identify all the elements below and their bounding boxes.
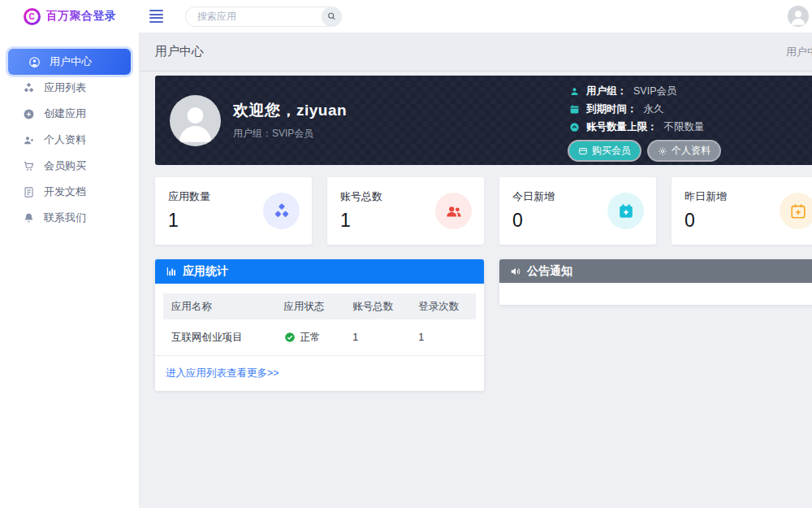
calendar-plus-icon xyxy=(607,193,644,229)
sidebar-item-app-list[interactable]: 应用列表 xyxy=(0,75,139,101)
card-icon xyxy=(578,146,588,156)
notice-panel: 公告通知 xyxy=(499,259,812,305)
users-icon xyxy=(435,193,472,229)
status-badge: 正常 xyxy=(300,331,321,345)
welcome-banner: 欢迎您，ziyuan 用户组：SVIP会员 用户组：SVIP会员 到期时间：永久… xyxy=(155,76,812,165)
app-name-cell: 互联网创业项目 xyxy=(163,319,276,355)
notice-panel-body xyxy=(499,283,812,305)
app-status-cell: 正常 xyxy=(276,319,345,355)
search-icon xyxy=(326,11,337,22)
plus-circle-icon xyxy=(23,108,35,120)
sidebar-item-user-center[interactable]: 用户中心 xyxy=(8,49,131,75)
sidebar-item-label: 应用列表 xyxy=(44,80,86,95)
table-header-row: 应用名称 应用状态 账号总数 登录次数 xyxy=(163,293,476,319)
profile-button[interactable]: 个人资料 xyxy=(649,141,719,160)
speaker-icon xyxy=(510,266,521,277)
upload-circle-icon xyxy=(569,122,580,132)
calendar-icon xyxy=(569,104,580,115)
calendar-plus-icon xyxy=(780,193,812,229)
sidebar-item-label: 开发文档 xyxy=(44,185,86,199)
app-accounts-cell: 1 xyxy=(344,319,410,355)
notice-panel-header: 公告通知 xyxy=(499,259,812,283)
topbar: C 百万聚合登录 ziyuan xyxy=(0,0,812,33)
app-stats-table: 应用名称 应用状态 账号总数 登录次数 互联网创业项目 xyxy=(163,293,476,355)
info-row-usergroup: 用户组：SVIP会员 xyxy=(569,85,719,98)
bell-icon xyxy=(23,212,35,224)
table-row[interactable]: 互联网创业项目 正常 1 1 xyxy=(163,319,476,355)
user-plus-icon xyxy=(23,134,35,146)
stats-row: 应用数量 1 账号总数 1 今日新增 0 xyxy=(155,177,812,245)
avatar xyxy=(788,6,809,27)
bar-chart-icon xyxy=(166,266,177,277)
view-more-link[interactable]: 进入应用列表查看更多>> xyxy=(166,367,279,379)
logo[interactable]: C 百万聚合登录 xyxy=(0,8,140,25)
stat-card-account-total: 账号总数 1 xyxy=(327,177,484,245)
page-header: 用户中心 用户中心 xyxy=(140,33,812,72)
user-icon xyxy=(569,86,580,97)
sidebar: 用户中心 应用列表 创建应用 个人资料 会员购买 开发文档 xyxy=(0,33,140,508)
search-input[interactable] xyxy=(196,10,322,23)
app-stats-panel-footer: 进入应用列表查看更多>> xyxy=(155,355,484,391)
info-row-expiry: 到期时间：永久 xyxy=(569,102,719,116)
app-stats-panel-header: 应用统计 xyxy=(155,259,484,284)
page-title: 用户中心 xyxy=(155,44,204,59)
sidebar-item-contact[interactable]: 联系我们 xyxy=(0,205,139,231)
search-button[interactable] xyxy=(322,7,342,27)
document-icon xyxy=(23,186,35,198)
welcome-message: 欢迎您，ziyuan xyxy=(233,100,347,121)
cubes-icon xyxy=(263,193,300,229)
info-row-account-limit: 账号数量上限：不限数量 xyxy=(569,120,719,134)
app-logins-cell: 1 xyxy=(410,319,476,355)
buy-membership-button[interactable]: 购买会员 xyxy=(569,141,640,160)
logo-text: 百万聚合登录 xyxy=(46,9,117,24)
sidebar-item-label: 用户中心 xyxy=(50,54,92,69)
user-circle-icon xyxy=(28,56,41,68)
banner-avatar xyxy=(170,95,221,146)
cart-icon xyxy=(23,160,35,172)
logo-icon: C xyxy=(24,8,41,25)
sidebar-item-label: 个人资料 xyxy=(44,132,86,147)
sidebar-item-membership[interactable]: 会员购买 xyxy=(0,153,139,179)
check-circle-icon xyxy=(284,332,296,343)
app-stats-panel: 应用统计 应用名称 应用状态 账号总数 登录次数 xyxy=(155,259,484,391)
gear-icon xyxy=(658,146,667,156)
stat-card-new-today: 今日新增 0 xyxy=(499,177,656,245)
sidebar-item-label: 会员购买 xyxy=(44,158,86,173)
topbar-user[interactable]: ziyuan xyxy=(788,6,812,27)
welcome-usergroup: 用户组：SVIP会员 xyxy=(233,127,347,141)
sidebar-item-profile[interactable]: 个人资料 xyxy=(0,127,139,153)
main-area: 用户中心 用户中心 欢迎您，ziyuan 用户组：SVIP会员 用户组：SVIP… xyxy=(140,33,812,508)
breadcrumb: 用户中心 xyxy=(786,45,812,59)
sidebar-item-create-app[interactable]: 创建应用 xyxy=(0,101,139,127)
sidebar-item-label: 创建应用 xyxy=(44,106,86,121)
cubes-icon xyxy=(23,82,35,94)
stat-card-app-count: 应用数量 1 xyxy=(155,177,312,245)
search-box xyxy=(185,7,342,27)
sidebar-item-docs[interactable]: 开发文档 xyxy=(0,179,139,205)
sidebar-item-label: 联系我们 xyxy=(44,211,86,225)
hamburger-menu-icon[interactable] xyxy=(149,7,163,25)
stat-card-new-yesterday: 昨日新增 0 xyxy=(672,177,812,245)
